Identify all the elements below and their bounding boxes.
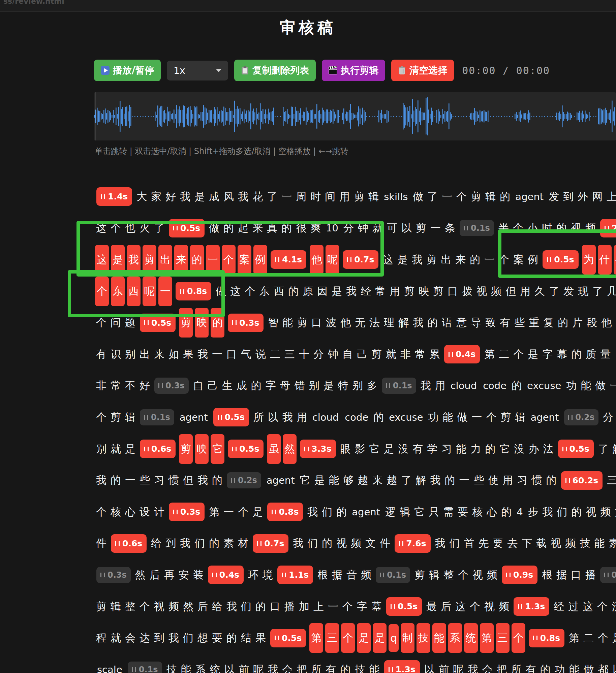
transcript-char[interactable]: 核: [111, 505, 121, 519]
transcript-char[interactable]: 如: [168, 347, 179, 361]
transcript-char[interactable]: 然: [135, 568, 146, 582]
transcript-char[interactable]: 个: [238, 505, 248, 519]
transcript-char[interactable]: 来: [455, 253, 466, 267]
transcript-char[interactable]: 剪: [371, 347, 382, 361]
transcript-char[interactable]: 会: [282, 663, 293, 673]
transcript-char-selected[interactable]: 的: [211, 308, 224, 338]
transcript-char[interactable]: 辑: [429, 568, 439, 582]
transcript-char[interactable]: 量: [600, 347, 611, 361]
transcript-char[interactable]: 剪: [433, 284, 443, 298]
transcript-char[interactable]: 习: [517, 473, 528, 487]
transcript-char[interactable]: 个: [342, 600, 353, 614]
transcript-char[interactable]: 我: [180, 190, 190, 204]
transcript-char[interactable]: 了: [592, 284, 603, 298]
transcript-char[interactable]: 了: [267, 190, 277, 204]
transcript-char[interactable]: 分: [313, 347, 324, 361]
transcript-char-selected[interactable]: 它: [211, 434, 224, 464]
transcript-char[interactable]: 给: [212, 600, 222, 614]
transcript-word[interactable]: code: [483, 380, 506, 391]
transcript-char-selected[interactable]: 来: [174, 245, 188, 275]
pause-badge[interactable]: 0.5s: [213, 408, 249, 426]
transcript-char[interactable]: 一: [459, 473, 470, 487]
transcript-char[interactable]: 间: [325, 190, 335, 204]
transcript-char[interactable]: 法: [543, 442, 554, 456]
transcript-char[interactable]: 整: [443, 568, 454, 582]
transcript-char[interactable]: 会: [125, 631, 135, 645]
transcript-char[interactable]: 需: [443, 505, 454, 519]
transcript-char[interactable]: 家: [151, 190, 161, 204]
transcript-char[interactable]: 剪: [471, 190, 481, 204]
transcript-char[interactable]: 我: [468, 663, 478, 673]
transcript-char[interactable]: 统: [210, 663, 220, 673]
transcript-char[interactable]: 说: [255, 347, 266, 361]
transcript-char[interactable]: 影: [355, 442, 365, 456]
transcript-char[interactable]: 我: [226, 600, 237, 614]
transcript-char[interactable]: 个: [96, 316, 106, 330]
transcript-char[interactable]: 后: [441, 600, 451, 614]
transcript-char[interactable]: 越: [387, 473, 397, 487]
transcript-char[interactable]: 的: [500, 190, 510, 204]
transcript-char[interactable]: 语: [442, 316, 452, 330]
transcript-char[interactable]: 个: [458, 568, 468, 582]
transcript-char[interactable]: 题: [125, 316, 135, 330]
transcript-char[interactable]: 的: [540, 663, 551, 673]
transcript-char[interactable]: 一: [281, 190, 292, 204]
pause-badge[interactable]: 0.9s: [502, 566, 537, 584]
transcript-char[interactable]: 爽: [310, 221, 321, 235]
transcript-char-selected[interactable]: 为: [582, 245, 596, 275]
transcript-char[interactable]: 我: [197, 347, 208, 361]
transcript-char[interactable]: 要: [493, 536, 503, 550]
transcript-char[interactable]: 要: [212, 631, 222, 645]
transcript-char[interactable]: 用: [435, 379, 445, 393]
pause-badge[interactable]: 0.5s: [543, 250, 578, 269]
transcript-char[interactable]: 力: [471, 442, 481, 456]
transcript-char[interactable]: 果: [183, 347, 193, 361]
pause-badge-muted[interactable]: 0.1s: [128, 662, 162, 673]
transcript-char[interactable]: 文: [365, 536, 376, 550]
transcript-char[interactable]: 口: [311, 316, 322, 330]
transcript-char[interactable]: 钟: [328, 347, 338, 361]
transcript-char-selected[interactable]: 一: [158, 277, 172, 306]
transcript-char-selected[interactable]: 映: [195, 434, 209, 464]
transcript-char[interactable]: 能: [369, 663, 380, 673]
transcript-char[interactable]: 是: [332, 284, 342, 298]
transcript-char[interactable]: 剪: [426, 253, 437, 267]
transcript-char[interactable]: 素: [223, 536, 234, 550]
transcript-char-selected[interactable]: q: [389, 624, 399, 652]
transcript-char[interactable]: 气: [241, 347, 251, 361]
transcript-char[interactable]: 计: [154, 505, 164, 519]
transcript-char[interactable]: 非: [96, 379, 106, 393]
pause-badge[interactable]: 0.8s: [267, 503, 303, 521]
transcript-char[interactable]: 们: [450, 536, 460, 550]
transcript-char[interactable]: 一: [610, 379, 616, 393]
pause-badge-muted[interactable]: 0.3s: [154, 378, 189, 394]
transcript-char[interactable]: 步: [528, 505, 538, 519]
transcript-char[interactable]: 频: [565, 536, 576, 550]
transcript-char[interactable]: 材: [238, 536, 248, 550]
transcript-char[interactable]: 无: [355, 316, 365, 330]
transcript-char[interactable]: 是: [125, 442, 135, 456]
transcript-char[interactable]: 分: [343, 221, 354, 235]
transcript-char[interactable]: 做: [209, 221, 219, 235]
transcript-char-selected[interactable]: 系: [448, 623, 462, 653]
transcript-word[interactable]: agent: [180, 412, 208, 423]
transcript-char[interactable]: 前: [239, 663, 249, 673]
transcript-char[interactable]: 们: [241, 600, 251, 614]
transcript-char[interactable]: 够: [343, 473, 354, 487]
transcript-char[interactable]: 些: [514, 316, 525, 330]
transcript-char[interactable]: 们: [194, 536, 205, 550]
transcript-char[interactable]: 它: [500, 442, 510, 456]
transcript-char-selected[interactable]: 剪: [179, 434, 193, 464]
transcript-char[interactable]: 到: [154, 631, 164, 645]
transcript-char[interactable]: 功: [555, 663, 565, 673]
transcript-char[interactable]: 致: [485, 316, 496, 330]
transcript-char[interactable]: 花: [252, 190, 263, 204]
transcript-char[interactable]: 辑: [368, 190, 379, 204]
transcript-char[interactable]: 第: [569, 631, 579, 645]
transcript-char[interactable]: 我: [435, 536, 445, 550]
transcript-char[interactable]: 逻: [385, 505, 396, 519]
transcript-char[interactable]: 到: [165, 536, 176, 550]
transcript-char[interactable]: 功: [428, 410, 439, 424]
transcript-char[interactable]: 剪: [354, 190, 364, 204]
transcript-char[interactable]: 没: [398, 442, 409, 456]
